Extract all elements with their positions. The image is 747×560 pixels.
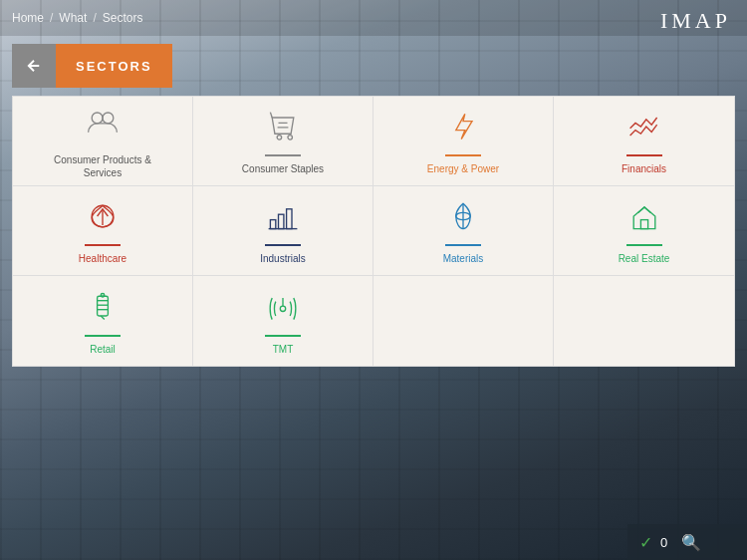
retail-label: Retail bbox=[90, 343, 116, 356]
breadcrumb-sep1: / bbox=[50, 11, 53, 25]
financials-icon bbox=[624, 107, 664, 146]
section-header: SECTORS bbox=[12, 44, 735, 88]
real-estate-label: Real Estate bbox=[619, 252, 670, 265]
svg-point-3 bbox=[288, 136, 293, 140]
sector-retail[interactable]: Retail bbox=[13, 276, 193, 366]
sector-energy-power[interactable]: Energy & Power bbox=[374, 97, 554, 186]
svg-point-0 bbox=[92, 113, 103, 124]
energy-power-icon bbox=[443, 107, 483, 146]
section-title: SECTORS bbox=[76, 59, 152, 74]
sector-industrials[interactable]: Industrials bbox=[193, 186, 374, 276]
top-bar: Home / What / Sectors IMAP bbox=[0, 0, 747, 36]
logo: IMAP bbox=[660, 8, 731, 34]
real-estate-icon bbox=[624, 196, 664, 236]
check-icon: ✓ bbox=[639, 533, 652, 552]
svg-point-20 bbox=[280, 306, 285, 311]
healthcare-label: Healthcare bbox=[79, 252, 126, 265]
healthcare-icon bbox=[83, 196, 123, 236]
search-icon[interactable]: 🔍 bbox=[681, 533, 701, 552]
sector-financials[interactable]: Financials bbox=[554, 97, 734, 186]
bottom-bar: ✓ 0 🔍 bbox=[627, 524, 747, 560]
svg-rect-8 bbox=[287, 209, 292, 229]
tmt-label: TMT bbox=[273, 343, 294, 356]
financials-label: Financials bbox=[622, 162, 666, 175]
sector-real-estate[interactable]: Real Estate bbox=[554, 186, 734, 276]
consumer-products-icon bbox=[83, 104, 123, 140]
svg-rect-6 bbox=[270, 220, 275, 229]
industrials-underline bbox=[265, 244, 301, 246]
sectors-grid: Consumer Products & Services Consumer St… bbox=[12, 96, 735, 367]
consumer-products-label: Consumer Products & Services bbox=[48, 153, 157, 179]
sector-tmt[interactable]: TMT bbox=[193, 276, 374, 366]
svg-point-1 bbox=[103, 113, 114, 124]
tmt-underline bbox=[265, 335, 301, 337]
back-button[interactable] bbox=[12, 44, 56, 88]
materials-icon bbox=[443, 196, 483, 236]
energy-power-underline bbox=[445, 154, 481, 156]
tmt-icon bbox=[263, 287, 303, 327]
financials-underline bbox=[626, 154, 662, 156]
retail-underline bbox=[85, 335, 121, 337]
svg-rect-13 bbox=[98, 296, 109, 316]
breadcrumb-home[interactable]: Home bbox=[12, 11, 44, 25]
industrials-icon bbox=[263, 196, 303, 236]
healthcare-underline bbox=[85, 244, 121, 246]
breadcrumb-sep2: / bbox=[93, 11, 96, 25]
svg-rect-12 bbox=[640, 220, 647, 229]
consumer-staples-icon bbox=[263, 107, 303, 146]
materials-underline bbox=[445, 244, 481, 246]
energy-power-label: Energy & Power bbox=[427, 162, 499, 175]
real-estate-underline bbox=[626, 244, 662, 246]
grid-empty-1 bbox=[374, 276, 554, 366]
breadcrumb-what[interactable]: What bbox=[59, 11, 87, 25]
grid-empty-2 bbox=[554, 276, 734, 366]
svg-point-2 bbox=[277, 136, 282, 140]
retail-icon bbox=[83, 287, 123, 327]
section-title-bar: SECTORS bbox=[56, 44, 172, 88]
sector-consumer-products[interactable]: Consumer Products & Services bbox=[13, 97, 193, 186]
bottom-count: 0 bbox=[660, 535, 667, 550]
breadcrumb: Home / What / Sectors bbox=[12, 11, 142, 25]
consumer-staples-underline bbox=[265, 154, 301, 156]
materials-label: Materials bbox=[443, 252, 484, 265]
sector-healthcare[interactable]: Healthcare bbox=[13, 186, 193, 276]
sector-materials[interactable]: Materials bbox=[374, 186, 554, 276]
breadcrumb-current: Sectors bbox=[103, 11, 143, 25]
consumer-staples-label: Consumer Staples bbox=[242, 162, 324, 175]
industrials-label: Industrials bbox=[260, 252, 306, 265]
svg-rect-7 bbox=[279, 214, 284, 228]
sector-consumer-staples[interactable]: Consumer Staples bbox=[193, 97, 374, 186]
